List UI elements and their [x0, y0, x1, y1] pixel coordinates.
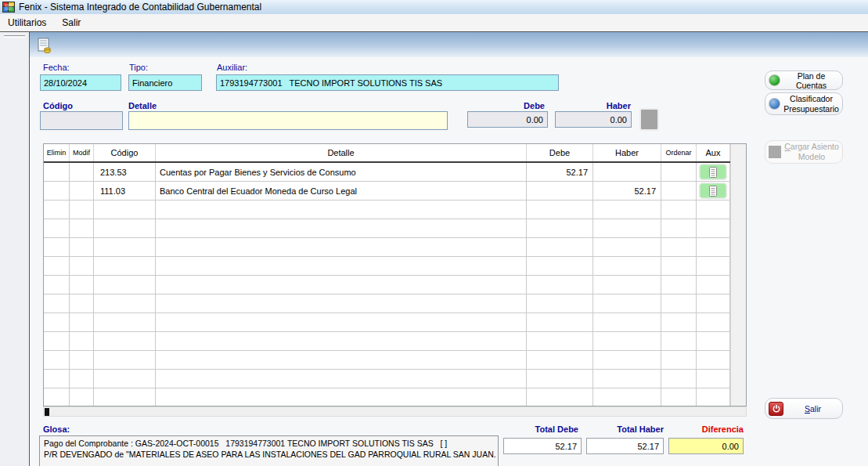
cell-elimin — [44, 200, 70, 219]
tipo-field[interactable]: Financiero — [128, 74, 202, 91]
diferencia-label: Diferencia — [668, 424, 744, 434]
horizontal-scrollbar-thumb[interactable] — [45, 408, 49, 416]
aux-detail-button[interactable] — [700, 183, 726, 198]
plan-de-cuentas-button[interactable]: Plan de Cuentas — [765, 70, 843, 90]
table-row[interactable] — [44, 200, 730, 219]
detalle-input[interactable] — [128, 111, 448, 130]
table-row[interactable]: 213.53Cuentas por Pagar Bienes y Servici… — [44, 163, 730, 182]
table-row[interactable] — [44, 332, 730, 351]
cell-codigo: 213.53 — [94, 163, 156, 181]
table-row[interactable] — [44, 257, 730, 276]
cell-modif — [70, 313, 94, 331]
cell-elimin — [44, 370, 70, 388]
cell-detalle — [156, 388, 527, 406]
cell-debe — [527, 219, 593, 237]
cell-debe — [527, 294, 593, 312]
cell-ordenar — [661, 163, 697, 181]
splitter-grabber[interactable] — [4, 35, 25, 38]
cell-ordenar — [661, 332, 697, 350]
cell-detalle — [156, 351, 527, 369]
cell-detalle — [156, 219, 527, 237]
title-bar: Fenix - Sistema Integrado de Contabilida… — [0, 0, 868, 14]
cell-modif — [70, 257, 94, 275]
codigo-input[interactable] — [40, 111, 123, 130]
clasificador-presupuestario-button[interactable]: ClasificadorPresupuestario — [765, 92, 843, 115]
gray-square-icon — [769, 146, 781, 158]
cell-codigo — [94, 370, 156, 388]
cell-elimin — [44, 313, 70, 331]
fecha-field[interactable]: 28/10/2024 — [40, 74, 121, 91]
plan-de-cuentas-label: Plan de Cuentas — [783, 71, 839, 90]
cell-elimin — [44, 163, 70, 181]
detalle-label: Detalle — [128, 101, 157, 110]
cell-debe — [527, 332, 593, 350]
table-row[interactable]: 111.03Banco Central del Ecuador Moneda d… — [44, 182, 730, 200]
table-row[interactable] — [44, 238, 730, 257]
table-row[interactable] — [44, 370, 730, 388]
cell-aux — [697, 200, 730, 219]
green-sphere-icon — [769, 74, 780, 86]
cell-ordenar — [661, 200, 697, 219]
cell-codigo — [94, 219, 156, 237]
cell-aux — [697, 313, 730, 331]
document-lines-icon — [708, 167, 718, 178]
column-header-modif: Modif — [70, 144, 94, 161]
cell-aux — [697, 332, 730, 350]
salir-button[interactable]: Salir — [765, 398, 843, 419]
table-row[interactable] — [44, 313, 730, 332]
glosa-textarea[interactable]: Pago del Comprobante : GAS-2024-OCT-0001… — [39, 435, 499, 466]
cell-modif — [70, 351, 94, 369]
fecha-label: Fecha: — [43, 63, 70, 72]
cell-ordenar — [661, 370, 697, 388]
total-haber-field: 52.17 — [586, 438, 664, 454]
cell-codigo — [94, 200, 156, 219]
cell-aux — [697, 370, 730, 388]
menu-salir[interactable]: Salir — [54, 15, 88, 31]
table-row[interactable] — [44, 219, 730, 238]
cell-elimin — [44, 351, 70, 369]
cell-codigo — [94, 332, 156, 350]
cargar-asiento-label: Cargar AsientoModelo — [784, 142, 838, 161]
cell-modif — [70, 219, 94, 237]
table-row[interactable] — [44, 388, 730, 406]
column-header-codigo: Código — [94, 144, 156, 161]
table-row[interactable] — [44, 276, 730, 294]
cell-debe: 52.17 — [527, 163, 593, 181]
codigo-label: Código — [43, 101, 73, 110]
haber-input[interactable]: 0.00 — [555, 111, 632, 128]
table-body: 213.53Cuentas por Pagar Bienes y Servici… — [44, 163, 730, 406]
cell-codigo — [94, 257, 156, 275]
cell-elimin — [44, 219, 70, 237]
cell-haber — [593, 370, 661, 388]
cell-debe — [527, 370, 593, 388]
glosa-label: Glosa: — [43, 424, 70, 434]
cell-elimin — [44, 182, 70, 200]
cell-haber: 52.17 — [593, 182, 661, 200]
cell-elimin — [44, 257, 70, 275]
cell-detalle: Cuentas por Pagar Bienes y Servicios de … — [156, 163, 527, 181]
cell-codigo — [94, 238, 156, 256]
haber-label: Haber — [584, 101, 631, 110]
aux-detail-button[interactable] — [700, 164, 726, 179]
document-coins-icon — [38, 38, 52, 53]
menu-utilitarios[interactable]: Utilitarios — [0, 15, 54, 31]
cargar-asiento-modelo-button[interactable]: Cargar AsientoModelo — [765, 140, 843, 164]
table-row[interactable] — [44, 294, 730, 313]
cell-modif — [70, 276, 94, 294]
add-line-button[interactable] — [639, 108, 659, 131]
app-icon — [2, 2, 15, 13]
cell-elimin — [44, 388, 70, 406]
diferencia-field: 0.00 — [668, 438, 744, 454]
vertical-scrollbar[interactable] — [730, 144, 746, 406]
auxiliar-field[interactable]: 1793194773001 TECNO IMPORT SOLUTIONS TIS… — [216, 74, 559, 91]
table-row[interactable] — [44, 351, 730, 370]
cell-haber — [593, 294, 661, 312]
column-header-elimin: Elimin — [44, 144, 70, 161]
window-title: Fenix - Sistema Integrado de Contabilida… — [19, 2, 261, 13]
new-entry-button[interactable] — [36, 37, 53, 56]
cell-ordenar — [661, 182, 697, 200]
debe-input[interactable]: 0.00 — [467, 111, 548, 128]
cell-aux — [697, 388, 730, 406]
cell-modif — [70, 332, 94, 350]
horizontal-scrollbar[interactable] — [43, 406, 747, 417]
